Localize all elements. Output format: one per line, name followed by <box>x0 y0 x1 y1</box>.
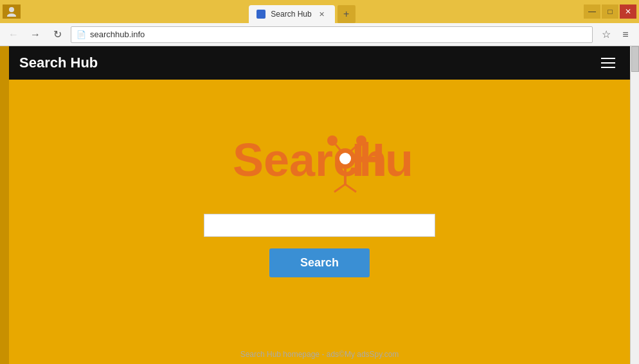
tab-favicon <box>256 10 266 19</box>
reload-icon: ↻ <box>53 28 62 40</box>
site-title: Search Hub <box>19 55 98 71</box>
svg-point-1 <box>7 13 16 17</box>
tab-close-button[interactable]: ✕ <box>317 9 327 19</box>
back-button[interactable]: ← <box>5 26 22 43</box>
address-bar-area: ← → ↻ 📄 searchhub.info ☆ ≡ <box>0 23 639 46</box>
scrollbar[interactable] <box>630 46 639 364</box>
site-footer-text: Search Hub homepage - ads©My adsSpy.com <box>240 350 399 359</box>
address-box[interactable]: 📄 searchhub.info <box>71 26 593 43</box>
forward-icon: → <box>30 29 40 40</box>
search-input[interactable] <box>204 214 435 237</box>
url-text: searchhub.info <box>90 30 145 39</box>
hamburger-line-2 <box>601 62 615 64</box>
bookmark-icon: ☆ <box>602 28 611 40</box>
site-logo: Search Hub <box>226 128 413 198</box>
browser-menu-icon: ≡ <box>622 29 628 40</box>
profile-icon <box>3 4 21 19</box>
browser-menu-button[interactable]: ≡ <box>617 26 634 43</box>
main-webpage: Search Hub Search <box>9 46 630 364</box>
svg-point-5 <box>339 153 351 164</box>
svg-point-0 <box>9 7 14 12</box>
left-sidebar-strip <box>0 46 9 364</box>
close-window-button[interactable]: ✕ <box>620 4 636 19</box>
scrollbar-thumb[interactable] <box>631 46 639 72</box>
search-button-label: Search <box>300 256 339 269</box>
search-input-wrapper <box>204 214 435 237</box>
minimize-icon: — <box>588 7 596 16</box>
tab-title: Search Hub <box>271 10 311 19</box>
tab-area: Search Hub ✕ + <box>249 0 355 23</box>
logo-container: Search Hub <box>226 128 413 198</box>
footer-label: Search Hub homepage - ads©My adsSpy.com <box>240 350 399 359</box>
hamburger-line-3 <box>601 67 615 68</box>
new-tab-button[interactable]: + <box>338 5 356 23</box>
maximize-icon: □ <box>608 7 612 16</box>
close-window-icon: ✕ <box>625 7 631 16</box>
maximize-button[interactable]: □ <box>602 4 618 19</box>
bookmark-button[interactable]: ☆ <box>598 26 615 43</box>
back-icon: ← <box>8 29 19 40</box>
window-controls: — □ ✕ <box>584 4 636 19</box>
reload-button[interactable]: ↻ <box>49 26 66 43</box>
forward-button[interactable]: → <box>27 26 44 43</box>
site-main: Search Hub <box>9 80 630 364</box>
minimize-button[interactable]: — <box>584 4 600 19</box>
page-icon: 📄 <box>76 30 86 39</box>
browser-tab[interactable]: Search Hub ✕ <box>249 5 334 23</box>
search-button[interactable]: Search <box>269 248 370 277</box>
hamburger-menu-button[interactable] <box>597 51 620 74</box>
site-header: Search Hub <box>9 46 630 80</box>
hamburger-line-1 <box>601 58 615 59</box>
webpage-area: Search Hub Search <box>0 46 639 364</box>
new-tab-icon: + <box>343 8 349 20</box>
